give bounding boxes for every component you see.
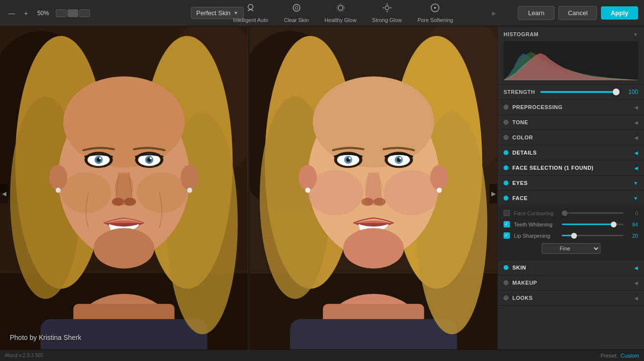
view-single-button[interactable] bbox=[56, 9, 67, 17]
face-arrow: ▼ bbox=[633, 196, 638, 201]
histogram-section: HISTOGRAM ▼ bbox=[498, 26, 644, 85]
section-face: FACE ▼ Face Contouring 0 Teeth Wh bbox=[498, 191, 644, 260]
face-dot bbox=[504, 196, 508, 201]
strength-value: 100 bbox=[624, 89, 638, 95]
histogram-canvas bbox=[504, 41, 639, 80]
lip-sharpening-checkbox[interactable] bbox=[504, 232, 510, 239]
makeup-dot bbox=[504, 280, 508, 285]
svg-point-37 bbox=[150, 158, 152, 159]
lip-sharpening-slider[interactable] bbox=[562, 235, 623, 236]
preset-tabs: Intelligent Auto Clear Skin Healthy Glow bbox=[225, 0, 461, 26]
tab-clear-skin[interactable]: Clear Skin bbox=[276, 0, 317, 26]
color-dot bbox=[504, 135, 508, 140]
section-tone: TONE ◀ bbox=[498, 115, 644, 130]
face-contouring-slider[interactable] bbox=[562, 212, 623, 214]
svg-point-77 bbox=[343, 228, 404, 269]
skin-dot bbox=[504, 265, 508, 270]
toolbar-left: — + 50% bbox=[0, 8, 108, 19]
strength-slider-container[interactable] bbox=[540, 91, 620, 93]
image-right-arrow[interactable]: ▶ bbox=[489, 184, 497, 203]
preprocessing-dot bbox=[504, 105, 508, 110]
details-title: DETAILS bbox=[512, 150, 634, 156]
section-makeup: MAKEUP ◀ bbox=[498, 275, 644, 291]
svg-point-1 bbox=[293, 4, 300, 11]
svg-point-0 bbox=[248, 4, 253, 9]
tab-strong-glow[interactable]: Strong Glow bbox=[364, 0, 410, 26]
histogram-header: HISTOGRAM ▼ bbox=[504, 31, 638, 37]
minimize-button[interactable]: — bbox=[6, 8, 18, 19]
right-panel: HISTOGRAM ▼ STRENGTH bbox=[497, 26, 644, 361]
teeth-whitening-slider[interactable] bbox=[562, 224, 623, 225]
svg-point-38 bbox=[112, 198, 124, 206]
face-selection-header[interactable]: FACE SELECTION (1 found) ◀ bbox=[498, 160, 644, 175]
status-bar: About v:2.9.3.565 Preset: Custom bbox=[0, 349, 644, 361]
face-contouring-row: Face Contouring 0 bbox=[504, 207, 638, 219]
preprocessing-header[interactable]: PREPROCESSING ◀ bbox=[498, 100, 644, 114]
skin-header[interactable]: SKIN ◀ bbox=[498, 260, 644, 275]
face-contouring-checkbox[interactable] bbox=[504, 210, 510, 216]
add-button[interactable]: + bbox=[22, 8, 30, 19]
pore-softening-icon bbox=[430, 2, 440, 16]
looks-header[interactable]: LOOKS ◀ bbox=[498, 291, 644, 305]
eyes-dot bbox=[504, 180, 508, 185]
lip-dropdown-row: Fine Medium Coarse bbox=[504, 241, 638, 255]
apply-button[interactable]: Apply bbox=[601, 6, 638, 20]
preprocessing-title: PREPROCESSING bbox=[512, 104, 634, 110]
learn-button[interactable]: Learn bbox=[518, 6, 554, 20]
eyes-header[interactable]: EYES ▼ bbox=[498, 176, 644, 190]
cancel-button[interactable]: Cancel bbox=[558, 6, 597, 20]
tone-header[interactable]: TONE ◀ bbox=[498, 115, 644, 130]
section-face-selection: FACE SELECTION (1 found) ◀ bbox=[498, 160, 644, 176]
face-selection-dot bbox=[504, 165, 508, 170]
face-selection-arrow: ◀ bbox=[634, 165, 638, 171]
svg-point-36 bbox=[99, 158, 101, 159]
view-compare-button[interactable] bbox=[79, 9, 90, 17]
color-header[interactable]: COLOR ◀ bbox=[498, 130, 644, 145]
svg-point-70 bbox=[399, 158, 401, 159]
tab-intelligent-auto[interactable]: Intelligent Auto bbox=[225, 0, 276, 26]
preprocessing-arrow: ◀ bbox=[634, 105, 638, 110]
svg-point-39 bbox=[124, 198, 136, 206]
face-content: Face Contouring 0 Teeth Whitening 84 bbox=[498, 205, 644, 260]
section-details: DETAILS ◀ bbox=[498, 145, 644, 160]
tab-pore-softening[interactable]: Pore Softening bbox=[410, 0, 461, 26]
strength-label: STRENGTH bbox=[504, 89, 535, 95]
svg-point-5 bbox=[385, 6, 389, 10]
photo-before: Photo by Kristina Sherk bbox=[0, 26, 248, 361]
svg-point-40 bbox=[181, 165, 199, 190]
preset-label-bottom: Preset: bbox=[600, 353, 618, 359]
strength-slider[interactable] bbox=[540, 91, 620, 93]
section-preprocessing: PREPROCESSING ◀ bbox=[498, 100, 644, 115]
tab-healthy-glow[interactable]: Healthy Glow bbox=[317, 0, 364, 26]
skin-arrow: ◀ bbox=[634, 265, 638, 271]
section-skin: SKIN ◀ bbox=[498, 260, 644, 275]
strength-thumb bbox=[613, 89, 620, 95]
strength-section: STRENGTH 100 bbox=[498, 85, 644, 100]
teeth-whitening-checkbox[interactable] bbox=[504, 221, 510, 227]
toolbar: — + 50% Perfect Skin ▼ Intelligent Auto bbox=[0, 0, 644, 26]
section-eyes: EYES ▼ bbox=[498, 176, 644, 191]
makeup-title: MAKEUP bbox=[512, 280, 634, 286]
tab-intelligent-auto-label: Intelligent Auto bbox=[233, 17, 268, 23]
details-header[interactable]: DETAILS ◀ bbox=[498, 145, 644, 160]
view-mode-buttons bbox=[56, 9, 90, 17]
image-left-arrow[interactable]: ◀ bbox=[0, 184, 8, 203]
clear-skin-icon bbox=[291, 2, 302, 16]
svg-point-44 bbox=[93, 228, 154, 269]
tone-dot bbox=[504, 120, 508, 125]
toolbar-right: Learn Cancel Apply bbox=[512, 6, 644, 20]
svg-point-75 bbox=[305, 188, 310, 193]
photo-after bbox=[250, 26, 498, 361]
svg-point-72 bbox=[373, 198, 386, 206]
svg-point-24 bbox=[63, 76, 184, 167]
section-looks: LOOKS ◀ bbox=[498, 291, 644, 306]
face-header[interactable]: FACE ▼ bbox=[498, 191, 644, 205]
tabs-right-arrow[interactable]: ▶ bbox=[492, 0, 496, 26]
details-dot bbox=[504, 150, 508, 155]
svg-point-57 bbox=[313, 76, 434, 167]
svg-point-73 bbox=[430, 165, 448, 190]
histogram-dropdown-arrow[interactable]: ▼ bbox=[633, 32, 638, 37]
lip-sharpening-dropdown[interactable]: Fine Medium Coarse bbox=[542, 243, 600, 254]
makeup-header[interactable]: MAKEUP ◀ bbox=[498, 275, 644, 290]
view-split-button[interactable] bbox=[68, 9, 78, 17]
